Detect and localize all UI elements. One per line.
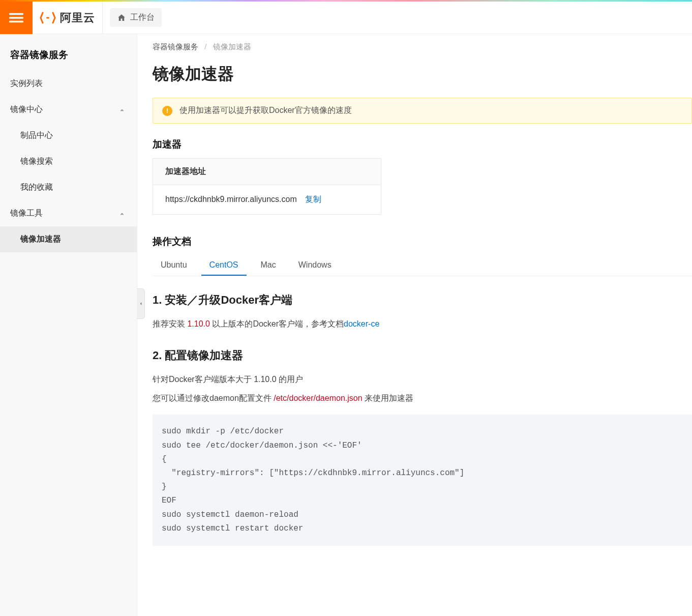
tab-mac[interactable]: Mac bbox=[253, 255, 284, 276]
doc-paragraph-daemon: 您可以通过修改daemon配置文件 /etc/docker/daemon.jso… bbox=[153, 391, 692, 406]
home-icon bbox=[117, 13, 126, 22]
accelerator-address-value: https://ckdhnbk9.mirror.aliyuncs.com bbox=[165, 195, 297, 203]
sidebar-item-image-accelerator[interactable]: 镜像加速器 bbox=[0, 226, 137, 252]
accelerator-section-heading: 加速器 bbox=[153, 138, 692, 151]
doc-heading-1: 1. 安装／升级Docker客户端 bbox=[153, 292, 692, 308]
sidebar-item-image-search[interactable]: 镜像搜索 bbox=[0, 149, 137, 174]
doc-paragraph-version: 针对Docker客户端版本大于 1.10.0 的用户 bbox=[153, 372, 692, 387]
sidebar-item-image-tools[interactable]: 镜像工具 bbox=[0, 200, 137, 226]
tab-ubuntu[interactable]: Ubuntu bbox=[153, 255, 195, 276]
brand-logo[interactable]: 阿里云 bbox=[33, 2, 103, 34]
breadcrumb: 容器镜像服务 / 镜像加速器 bbox=[153, 34, 692, 57]
code-block[interactable]: sudo mkdir -p /etc/docker sudo tee /etc/… bbox=[153, 415, 692, 546]
svg-rect-2 bbox=[9, 20, 23, 22]
sidebar-item-favorites[interactable]: 我的收藏 bbox=[0, 174, 137, 200]
hamburger-menu-button[interactable] bbox=[0, 2, 33, 34]
svg-rect-0 bbox=[9, 13, 23, 15]
sidebar-item-instances[interactable]: 实例列表 bbox=[0, 71, 137, 97]
main-content: 容器镜像服务 / 镜像加速器 镜像加速器 ! 使用加速器可以提升获取Docker… bbox=[137, 34, 692, 616]
daemon-path: /etc/docker/daemon.json bbox=[274, 394, 362, 402]
copy-button[interactable]: 复制 bbox=[305, 195, 321, 203]
info-banner-text: 使用加速器可以提升获取Docker官方镜像的速度 bbox=[179, 105, 352, 116]
accelerator-address-box: 加速器地址 https://ckdhnbk9.mirror.aliyuncs.c… bbox=[153, 158, 381, 215]
hamburger-icon bbox=[9, 11, 23, 25]
info-icon: ! bbox=[162, 106, 172, 116]
docs-tabs: Ubuntu CentOS Mac Windows bbox=[153, 255, 692, 276]
brand-logo-icon bbox=[40, 12, 56, 24]
info-banner: ! 使用加速器可以提升获取Docker官方镜像的速度 bbox=[153, 98, 692, 124]
breadcrumb-current: 镜像加速器 bbox=[213, 42, 251, 51]
workspace-label: 工作台 bbox=[130, 12, 155, 23]
version-text: 1.10.0 bbox=[187, 319, 209, 328]
sidebar-title: 容器镜像服务 bbox=[0, 43, 137, 71]
tab-windows[interactable]: Windows bbox=[290, 255, 340, 276]
docker-ce-link[interactable]: docker-ce bbox=[344, 319, 379, 328]
sidebar-label-tools: 镜像工具 bbox=[10, 208, 43, 219]
chevron-left-icon bbox=[138, 301, 144, 307]
accelerator-address-label: 加速器地址 bbox=[153, 159, 381, 185]
header: 阿里云 工作台 bbox=[0, 2, 692, 34]
docs-section-heading: 操作文档 bbox=[153, 235, 692, 248]
tab-centos[interactable]: CentOS bbox=[201, 255, 247, 276]
page-title: 镜像加速器 bbox=[153, 63, 692, 85]
sidebar-label-center: 镜像中心 bbox=[10, 104, 43, 115]
sidebar-item-artifact-center[interactable]: 制品中心 bbox=[0, 123, 137, 149]
svg-rect-3 bbox=[46, 17, 49, 18]
workspace-button[interactable]: 工作台 bbox=[110, 8, 162, 27]
sidebar: 容器镜像服务 实例列表 镜像中心 制品中心 镜像搜索 我的收藏 镜像工具 镜像加… bbox=[0, 34, 137, 616]
chevron-up-icon bbox=[117, 105, 127, 114]
sidebar-collapse-button[interactable] bbox=[137, 288, 145, 319]
breadcrumb-root[interactable]: 容器镜像服务 bbox=[153, 42, 198, 51]
doc-paragraph-install: 推荐安装 1.10.0 以上版本的Docker客户端，参考文档docker-ce bbox=[153, 317, 692, 332]
svg-rect-1 bbox=[9, 17, 23, 19]
brand-text: 阿里云 bbox=[60, 10, 95, 25]
chevron-up-icon bbox=[117, 209, 127, 218]
doc-heading-2: 2. 配置镜像加速器 bbox=[153, 348, 692, 363]
breadcrumb-separator: / bbox=[204, 42, 206, 51]
sidebar-item-image-center[interactable]: 镜像中心 bbox=[0, 97, 137, 123]
sidebar-label-instances: 实例列表 bbox=[10, 78, 43, 89]
